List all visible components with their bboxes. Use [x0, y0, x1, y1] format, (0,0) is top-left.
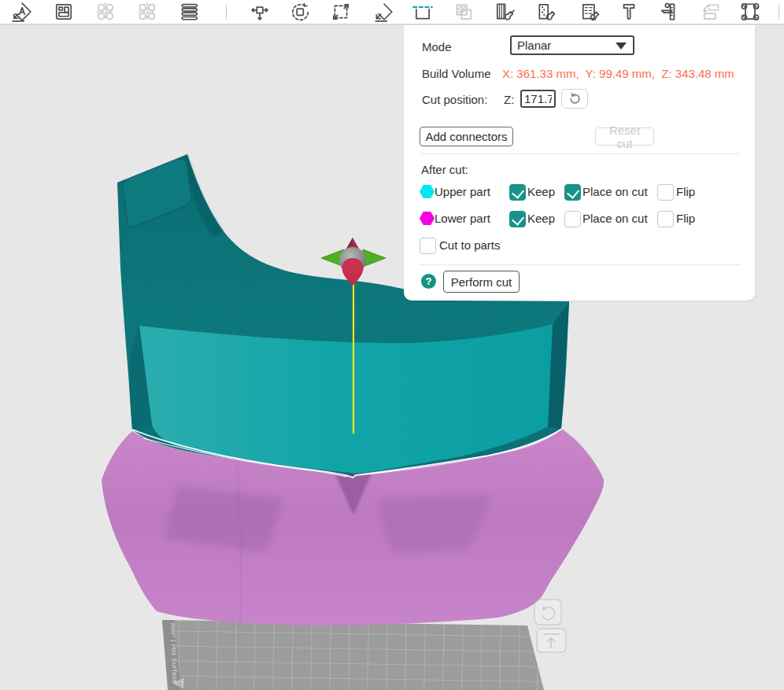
place-on-cut-label: Place on cut	[582, 185, 648, 198]
cut-icon[interactable]	[412, 1, 434, 23]
plate-settings-button[interactable]	[537, 629, 566, 652]
upper-part-label: Upper part	[435, 185, 490, 198]
rotate-icon[interactable]	[289, 1, 311, 23]
reset-position-button[interactable]	[561, 89, 588, 109]
upper-place-on-cut-checkbox[interactable]	[564, 184, 581, 201]
plate-lock-button[interactable]	[534, 600, 561, 625]
divider	[420, 264, 741, 265]
support-paint-icon[interactable]	[535, 1, 557, 23]
scale-icon[interactable]	[330, 1, 352, 23]
add-connectors-button[interactable]: Add connectors	[420, 127, 513, 146]
move-icon[interactable]	[249, 1, 271, 23]
plate-buttons	[534, 600, 566, 652]
split-to-parts-icon[interactable]	[136, 1, 158, 23]
cut-tool-panel: Mode Planar Build Volume X: 361.33 mm, Y…	[404, 25, 755, 301]
upper-flip-checkbox[interactable]	[657, 184, 674, 201]
upper-keep-checkbox[interactable]	[509, 184, 526, 201]
flip-label: Flip	[676, 212, 695, 225]
text-tool-icon[interactable]	[618, 1, 640, 23]
undo-icon	[568, 92, 582, 105]
lower-part-row: Lower part Keep Place on cut Flip	[404, 210, 755, 229]
split-to-objects-icon[interactable]	[94, 1, 116, 23]
upper-part-row: Upper part Keep Place on cut Flip	[404, 183, 755, 202]
mode-label: Mode	[422, 40, 452, 54]
help-button[interactable]: ?	[421, 274, 436, 289]
axis-label: Z:	[504, 93, 514, 106]
keep-label: Keep	[527, 185, 555, 198]
gizmo-arrow-right[interactable]	[363, 249, 386, 267]
measure-icon[interactable]	[659, 1, 681, 23]
lower-place-on-cut-checkbox[interactable]	[564, 211, 581, 227]
cut-position-input[interactable]	[520, 90, 556, 108]
divider	[420, 153, 741, 154]
cut-position-label: Cut position:	[422, 93, 487, 106]
flip-label: Flip	[676, 185, 695, 198]
mode-dropdown[interactable]: Planar	[510, 35, 634, 55]
perform-cut-button[interactable]: Perform cut	[443, 271, 520, 293]
build-volume-label: Build Volume	[422, 67, 491, 80]
main-toolbar	[0, 0, 784, 25]
cut-to-parts-checkbox[interactable]	[420, 238, 436, 254]
arrange-icon[interactable]	[10, 1, 32, 23]
cut-to-parts-label: Cut to parts	[439, 238, 501, 252]
upper-part-swatch	[420, 185, 435, 198]
assembly-icon[interactable]	[701, 1, 723, 23]
mesh-boolean-icon[interactable]	[453, 1, 475, 23]
lower-part-swatch	[420, 212, 435, 225]
print-bed: mm² | Hot Surface	[162, 620, 544, 690]
toolbar-separator	[226, 4, 227, 20]
build-volume-value: X: 361.33 mm, Y: 99.49 mm, Z: 343.48 mm	[502, 67, 734, 80]
after-cut-label: After cut:	[421, 163, 468, 176]
lower-flip-checkbox[interactable]	[657, 211, 674, 227]
keep-label: Keep	[527, 212, 555, 225]
variable-layer-height-icon[interactable]	[179, 1, 201, 23]
plate-layout-icon[interactable]	[53, 1, 75, 23]
exploded-view-icon[interactable]	[739, 1, 761, 23]
cut-to-parts-row: Cut to parts	[404, 237, 755, 256]
lower-keep-checkbox[interactable]	[509, 211, 526, 227]
lower-part-label: Lower part	[435, 212, 490, 225]
mode-value: Planar	[512, 39, 551, 52]
dropdown-arrow-icon	[616, 42, 627, 50]
fuzzy-skin-paint-icon[interactable]	[579, 1, 601, 23]
place-on-cut-label: Place on cut	[582, 212, 648, 225]
slicer-window: mm² | Hot Surface	[0, 0, 784, 690]
color-paint-icon[interactable]	[494, 1, 516, 23]
place-on-face-icon[interactable]	[372, 1, 394, 23]
reset-cut-button[interactable]: Reset cut	[595, 127, 654, 146]
toolbar-separator	[778, 4, 779, 20]
